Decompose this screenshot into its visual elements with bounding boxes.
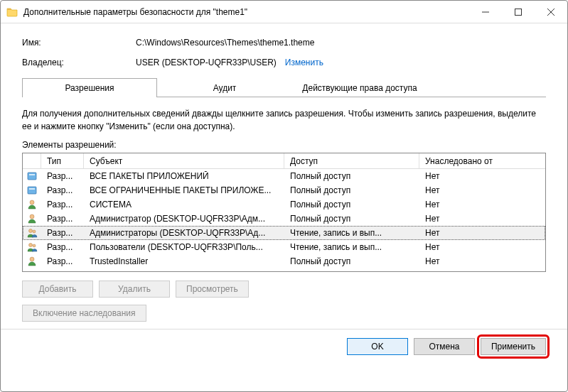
row-subject: Администратор (DESKTOP-UQFR33P\Адм... — [84, 214, 284, 224]
change-owner-link[interactable]: Изменить — [285, 58, 323, 67]
row-access: Полный доступ — [284, 185, 419, 195]
svg-rect-6 — [28, 187, 36, 194]
row-type: Разр... — [41, 185, 84, 195]
row-access: Чтение, запись и вып... — [284, 242, 419, 252]
column-access[interactable]: Доступ — [284, 153, 419, 168]
tab-effective-access[interactable]: Действующие права доступа — [292, 78, 427, 97]
row-access: Чтение, запись и вып... — [284, 228, 419, 238]
package-icon — [23, 185, 41, 196]
tab-permissions[interactable]: Разрешения — [22, 78, 157, 97]
permissions-header: Тип Субъект Доступ Унаследовано от — [23, 153, 545, 169]
row-subject: TrustedInstaller — [84, 256, 284, 266]
svg-rect-4 — [28, 173, 36, 180]
row-inherited: Нет — [419, 242, 545, 252]
row-inherited: Нет — [419, 256, 545, 266]
row-subject: Администраторы (DESKTOP-UQFR33P\Ад... — [84, 228, 284, 238]
close-button[interactable] — [535, 1, 567, 23]
row-type: Разр... — [41, 200, 84, 209]
svg-point-9 — [30, 214, 34, 219]
svg-point-13 — [33, 244, 36, 247]
permission-row[interactable]: Разр...Администраторы (DESKTOP-UQFR33P\А… — [23, 226, 545, 240]
help-text: Для получения дополнительных сведений дв… — [22, 107, 546, 133]
group-icon — [23, 227, 41, 239]
user-icon — [23, 213, 41, 224]
owner-label: Владелец: — [22, 58, 136, 67]
permission-row[interactable]: Разр...СИСТЕМАПолный доступНет — [23, 197, 545, 212]
ok-button[interactable]: OK — [347, 338, 408, 355]
package-icon — [23, 170, 41, 182]
row-inherited: Нет — [419, 200, 545, 209]
permission-row[interactable]: Разр...ВСЕ ОГРАНИЧЕННЫЕ ПАКЕТЫ ПРИЛОЖЕ..… — [23, 183, 545, 197]
row-inherited: Нет — [419, 171, 545, 181]
minimize-button[interactable] — [469, 1, 502, 23]
row-type: Разр... — [41, 214, 84, 224]
window-title: Дополнительные параметры безопасности дл… — [23, 7, 469, 17]
tab-audit[interactable]: Аудит — [157, 78, 292, 97]
row-inherited: Нет — [419, 185, 545, 195]
group-icon — [23, 241, 41, 253]
titlebar: Дополнительные параметры безопасности дл… — [1, 1, 567, 23]
row-subject: ВСЕ ПАКЕТЫ ПРИЛОЖЕНИЙ — [84, 171, 284, 181]
apply-highlight: Применить — [477, 334, 550, 359]
apply-button[interactable]: Применить — [481, 338, 546, 355]
action-buttons: Добавить Удалить Просмотреть — [22, 281, 546, 298]
name-label: Имя: — [22, 38, 136, 48]
row-type: Разр... — [41, 171, 84, 181]
row-inherited: Нет — [419, 228, 545, 238]
svg-point-14 — [30, 257, 34, 261]
row-access: Полный доступ — [284, 200, 419, 209]
dialog-buttons: OK Отмена Применить — [1, 329, 567, 366]
column-subject[interactable]: Субъект — [84, 153, 284, 168]
maximize-button[interactable] — [502, 1, 535, 23]
svg-point-11 — [33, 230, 36, 233]
svg-point-8 — [30, 200, 34, 205]
permissions-list[interactable]: Тип Субъект Доступ Унаследовано от Разр.… — [22, 153, 546, 272]
enable-inheritance-button[interactable]: Включение наследования — [22, 305, 146, 322]
permissions-caption: Элементы разрешений: — [22, 140, 546, 150]
owner-row: Владелец: USER (DESKTOP-UQFR33P\USER) Из… — [22, 58, 546, 67]
row-type: Разр... — [41, 256, 84, 266]
cancel-button[interactable]: Отмена — [414, 338, 475, 355]
folder-icon — [6, 6, 18, 18]
row-type: Разр... — [41, 228, 84, 238]
row-subject: СИСТЕМА — [84, 200, 284, 209]
column-type[interactable]: Тип — [41, 153, 84, 168]
owner-value: USER (DESKTOP-UQFR33P\USER) — [136, 58, 277, 67]
row-access: Полный доступ — [284, 214, 419, 224]
name-row: Имя: C:\Windows\Resources\Themes\theme1.… — [22, 38, 546, 48]
svg-rect-1 — [515, 9, 522, 15]
remove-button[interactable]: Удалить — [99, 281, 170, 298]
tabs: Разрешения Аудит Действующие права досту… — [22, 77, 546, 97]
svg-point-12 — [29, 244, 33, 247]
permission-row[interactable]: Разр...Пользователи (DESKTOP-UQFR33P\Пол… — [23, 240, 545, 254]
row-access: Полный доступ — [284, 256, 419, 266]
svg-rect-7 — [29, 188, 35, 190]
name-value: C:\Windows\Resources\Themes\theme1.theme — [136, 38, 314, 48]
row-subject: ВСЕ ОГРАНИЧЕННЫЕ ПАКЕТЫ ПРИЛОЖЕ... — [84, 185, 284, 195]
svg-point-10 — [29, 229, 33, 233]
row-inherited: Нет — [419, 214, 545, 224]
permission-row[interactable]: Разр...Администратор (DESKTOP-UQFR33P\Ад… — [23, 212, 545, 226]
user-icon — [23, 256, 41, 267]
row-type: Разр... — [41, 242, 84, 252]
add-button[interactable]: Добавить — [22, 281, 93, 298]
view-button[interactable]: Просмотреть — [176, 281, 249, 298]
svg-rect-5 — [29, 174, 35, 175]
permission-row[interactable]: Разр...TrustedInstallerПолный доступНет — [23, 254, 545, 268]
row-access: Полный доступ — [284, 171, 419, 181]
user-icon — [23, 199, 41, 210]
column-inherited[interactable]: Унаследовано от — [419, 153, 545, 168]
row-subject: Пользователи (DESKTOP-UQFR33P\Поль... — [84, 242, 284, 252]
permission-row[interactable]: Разр...ВСЕ ПАКЕТЫ ПРИЛОЖЕНИЙПолный досту… — [23, 169, 545, 183]
